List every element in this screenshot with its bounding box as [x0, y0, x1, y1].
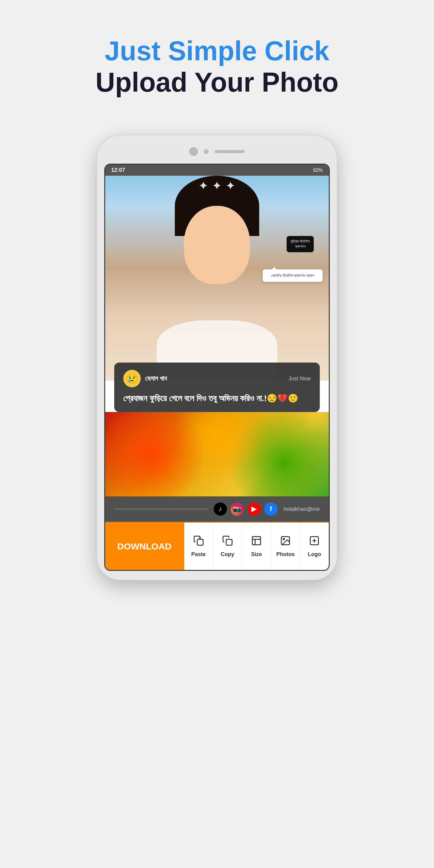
- flowers-section: [105, 412, 329, 496]
- youtube-icon: ▶: [247, 502, 261, 516]
- copy-label: Copy: [221, 551, 234, 558]
- social-divider-left: [114, 509, 208, 509]
- svg-rect-3: [226, 539, 232, 545]
- size-icon: [251, 535, 262, 549]
- message-text: প্রেযাজন ফুড়িয়ে গেলে বলে দিও তবু অভিনয…: [123, 392, 311, 405]
- paste-icon: [193, 535, 204, 549]
- copy-button[interactable]: Copy: [213, 523, 242, 570]
- photos-button[interactable]: Photos: [271, 523, 300, 570]
- size-button[interactable]: Size: [242, 523, 271, 570]
- hero-line1: Just Simple Click: [96, 36, 339, 66]
- svg-rect-4: [252, 536, 260, 545]
- status-battery: 62%: [313, 167, 323, 173]
- toolbar-actions: Paste Copy: [184, 523, 329, 570]
- bottom-toolbar: DOWNLOAD Paste: [105, 522, 329, 570]
- logo-badge-text: কৃত্রিম স্ট্যাটাস ক্যাপশন: [290, 239, 310, 249]
- phone-mockup: 12:07 62% ✦ ✦ ✦ কৃত্রিম স্ট্যা: [96, 135, 338, 581]
- user-avatar: 😢: [123, 370, 141, 387]
- message-box: 😢 হেলাল খান Just Now প্রেযাজন ফুড়িয়ে গ…: [114, 363, 320, 412]
- download-button[interactable]: DOWNLOAD: [105, 523, 184, 570]
- phone-camera: [189, 147, 198, 156]
- tooltip-text: কেস্টের স্ট্যাটাস ক্যাপশন অ্যাপ: [271, 273, 314, 278]
- instagram-icon: 📷: [230, 502, 244, 516]
- photos-label: Photos: [276, 551, 295, 558]
- message-time: Just Now: [288, 375, 311, 382]
- phone-top-bar: [104, 144, 330, 159]
- tiktok-icon: ♪: [214, 502, 227, 516]
- tooltip-bubble: কেস্টের স্ট্যাটাস ক্যাপশন অ্যাপ: [262, 269, 323, 282]
- status-time: 12:07: [111, 167, 125, 173]
- copy-icon: [222, 535, 233, 549]
- paste-label: Paste: [191, 551, 206, 558]
- phone-dot: [204, 149, 209, 154]
- logo-icon: [309, 535, 320, 549]
- social-username: helalkhan@me: [284, 506, 320, 513]
- svg-point-6: [283, 538, 285, 540]
- phone-screen: 12:07 62% ✦ ✦ ✦ কৃত্রিম স্ট্যা: [104, 164, 330, 571]
- facebook-icon: f: [264, 502, 278, 516]
- logo-label: Logo: [308, 551, 321, 558]
- message-user: 😢 হেলাল খান: [123, 370, 167, 387]
- paste-button[interactable]: Paste: [184, 523, 213, 570]
- phone-speaker: [215, 150, 245, 153]
- social-bar: ♪ 📷 ▶ f helalkhan@me: [105, 496, 329, 522]
- size-label: Size: [251, 551, 262, 558]
- hero-section: Just Simple Click Upload Your Photo: [90, 0, 345, 117]
- photos-icon: [280, 535, 291, 549]
- svg-rect-0: [197, 539, 203, 545]
- user-name: হেলাল খান: [145, 375, 167, 382]
- logo-badge: কৃত্রিম স্ট্যাটাস ক্যাপশন: [287, 236, 314, 252]
- photo-section: ✦ ✦ ✦ কৃত্রিম স্ট্যাটাস ক্যাপশন কেস্টের …: [105, 176, 329, 381]
- social-icons: ♪ 📷 ▶ f: [214, 502, 278, 516]
- logo-button[interactable]: Logo: [300, 523, 329, 570]
- hero-line2: Upload Your Photo: [96, 66, 339, 98]
- status-bar: 12:07 62%: [105, 164, 329, 176]
